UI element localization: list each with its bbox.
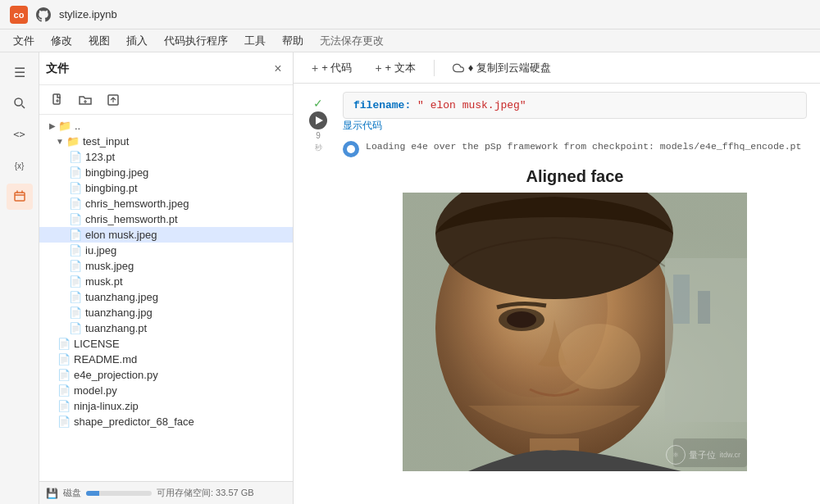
file-icon: 📄 bbox=[69, 213, 82, 225]
disk-usage-bar bbox=[86, 491, 152, 496]
svg-rect-16 bbox=[673, 275, 690, 324]
file-icon: 📄 bbox=[69, 291, 82, 303]
disk-usage-fill bbox=[86, 491, 99, 496]
new-folder-button[interactable] bbox=[74, 90, 97, 110]
watermark: ⚛ 量子位 itdw.cr bbox=[666, 445, 740, 465]
sidebar-title: 文件 bbox=[46, 61, 69, 76]
disk-icon: 💾 bbox=[46, 488, 58, 499]
file-icon: 📄 bbox=[69, 306, 82, 319]
sidebar-toggle-icon[interactable]: ☰ bbox=[7, 59, 33, 85]
svg-rect-17 bbox=[698, 291, 710, 324]
tree-item-chris-pt[interactable]: 📄 chris_hemsworth.pt bbox=[39, 211, 293, 227]
tree-item-model-py[interactable]: 📄 model.py bbox=[39, 383, 293, 398]
code-keyword: filename: bbox=[353, 99, 411, 111]
github-icon bbox=[36, 7, 51, 22]
tree-item-chris-jpeg[interactable]: 📄 chris_hemsworth.jpeg bbox=[39, 196, 293, 211]
file-icon: 📄 bbox=[69, 322, 82, 334]
tree-item-tuanzhang-jpg[interactable]: 📄 tuanzhang.jpg bbox=[39, 305, 293, 320]
file-icon: 📄 bbox=[69, 166, 82, 179]
tree-item-e4e-py[interactable]: 📄 e4e_projection.py bbox=[39, 367, 293, 383]
output-image-title: Aligned face bbox=[343, 167, 807, 186]
code-cell[interactable]: filename: " elon musk.jpeg" bbox=[343, 92, 807, 119]
tree-item-license[interactable]: 📄 LICENSE bbox=[39, 336, 293, 352]
menu-edit[interactable]: 修改 bbox=[44, 32, 79, 50]
menu-file[interactable]: 文件 bbox=[7, 32, 41, 50]
tree-item-elon-musk[interactable]: 📄 elon musk.jpeg bbox=[39, 227, 293, 243]
menubar: 文件 修改 视图 插入 代码执行程序 工具 帮助 无法保存更改 bbox=[0, 30, 820, 52]
sidebar-variables-icon[interactable]: {x} bbox=[7, 152, 33, 179]
output-image-container: Aligned face bbox=[343, 161, 807, 478]
sidebar-bottom: 💾 磁盘 可用存储空间: 33.57 GB bbox=[39, 481, 293, 504]
file-icon: 📄 bbox=[57, 369, 71, 381]
sidebar-file-tree: ▶ 📁 .. ▼ 📁 test_input 📄 123.pt 📄 bingbin… bbox=[39, 115, 293, 481]
file-icon: 📄 bbox=[69, 151, 82, 163]
file-icon: 📄 bbox=[69, 260, 82, 272]
app-logo: co bbox=[10, 6, 28, 24]
svg-rect-3 bbox=[53, 94, 60, 104]
file-icon: 📄 bbox=[69, 198, 82, 210]
tree-item-shape-predictor[interactable]: 📄 shape_predictor_68_face bbox=[39, 414, 293, 429]
tree-item-tuanzhang-pt[interactable]: 📄 tuanzhang.pt bbox=[39, 320, 293, 336]
add-text-button[interactable]: + + 文本 bbox=[367, 58, 423, 78]
menu-view[interactable]: 视图 bbox=[82, 32, 116, 50]
run-icon bbox=[316, 116, 323, 125]
tree-item-test-input[interactable]: ▼ 📁 test_input bbox=[39, 134, 293, 149]
watermark-text: 量子位 bbox=[689, 449, 716, 461]
menu-tools[interactable]: 工具 bbox=[238, 32, 272, 50]
cell-gutter: ✓ 9 秒 bbox=[294, 92, 343, 153]
svg-line-1 bbox=[21, 106, 25, 109]
disk-space-text: 可用存储空间: 33.57 GB bbox=[157, 487, 254, 499]
svg-point-13 bbox=[558, 324, 640, 389]
output-loading-text: Loading e4e over the pSp framework from … bbox=[366, 139, 801, 153]
file-icon: 📄 bbox=[57, 338, 71, 350]
svg-point-12 bbox=[507, 311, 536, 328]
cell-body: filename: " elon musk.jpeg" 显示代码 bbox=[343, 92, 820, 478]
new-file-button[interactable] bbox=[46, 90, 69, 110]
menu-insert[interactable]: 插入 bbox=[120, 32, 154, 50]
watermark-icon: ⚛ bbox=[666, 445, 686, 465]
file-icon: 📄 bbox=[69, 275, 82, 288]
tree-item-musk-pt[interactable]: 📄 musk.pt bbox=[39, 274, 293, 289]
add-code-button[interactable]: + + 代码 bbox=[303, 58, 360, 78]
watermark-domain: itdw.cr bbox=[719, 451, 740, 459]
cell-run-button[interactable] bbox=[309, 111, 327, 129]
sidebar-header: 文件 × bbox=[39, 52, 293, 85]
svg-rect-2 bbox=[15, 193, 25, 201]
tree-item-tuanzhang-jpeg[interactable]: 📄 tuanzhang.jpeg bbox=[39, 289, 293, 305]
file-icon: 📄 bbox=[57, 353, 71, 366]
content-area: + + 代码 + + 文本 ♦ 复制到云端硬盘 ✓ bbox=[294, 52, 820, 504]
sidebar-toolbar bbox=[39, 85, 293, 115]
output-loading: Loading e4e over the pSp framework from … bbox=[343, 136, 807, 161]
sidebar-close-button[interactable]: × bbox=[270, 61, 286, 77]
file-icon: 📄 bbox=[57, 415, 71, 428]
svg-point-0 bbox=[15, 98, 22, 106]
left-iconbar: ☰ <> {x} bbox=[0, 52, 39, 504]
tree-item-musk-jpeg[interactable]: 📄 musk.jpeg bbox=[39, 258, 293, 274]
file-icon: 📄 bbox=[69, 229, 82, 241]
menu-help[interactable]: 帮助 bbox=[276, 32, 310, 50]
cell-number: 9 bbox=[316, 131, 321, 141]
file-icon: 📄 bbox=[69, 244, 82, 257]
file-icon: 📄 bbox=[57, 384, 71, 397]
sidebar-code-icon[interactable]: <> bbox=[7, 121, 33, 148]
tree-item-iu-jpeg[interactable]: 📄 iu.jpeg bbox=[39, 243, 293, 258]
tree-item-bingbing-jpeg[interactable]: 📄 bingbing.jpeg bbox=[39, 165, 293, 180]
show-code-link[interactable]: 显示代码 bbox=[343, 120, 382, 131]
cell-check-icon: ✓ bbox=[313, 97, 323, 110]
output-avatar bbox=[343, 141, 359, 157]
tree-item-readme[interactable]: 📄 README.md bbox=[39, 352, 293, 367]
upload-button[interactable] bbox=[102, 90, 125, 110]
face-image-wrapper: ⚛ 量子位 itdw.cr bbox=[403, 193, 747, 471]
tree-item-123pt[interactable]: 📄 123.pt bbox=[39, 149, 293, 165]
tree-item-bingbing-pt[interactable]: 📄 bingbing.pt bbox=[39, 180, 293, 196]
sidebar: 文件 × bbox=[39, 52, 294, 504]
file-icon: 📄 bbox=[69, 182, 82, 194]
sidebar-search-icon[interactable] bbox=[7, 90, 33, 116]
code-string: " elon musk.jpeg" bbox=[417, 99, 526, 111]
menu-save-status: 无法保存更改 bbox=[313, 32, 390, 50]
copy-to-drive-button[interactable]: ♦ 复制到云端硬盘 bbox=[444, 58, 559, 78]
tree-item-root[interactable]: ▶ 📁 .. bbox=[39, 118, 293, 134]
sidebar-files-icon[interactable] bbox=[7, 184, 33, 210]
tree-item-ninja-zip[interactable]: 📄 ninja-linux.zip bbox=[39, 398, 293, 414]
menu-runtime[interactable]: 代码执行程序 bbox=[157, 32, 235, 50]
